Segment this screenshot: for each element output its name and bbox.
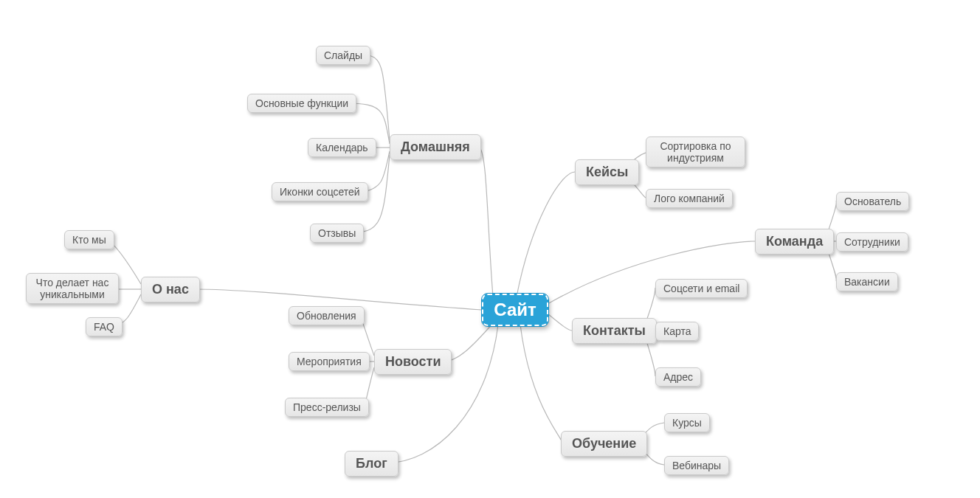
leaf-cases-1[interactable]: Лого компаний — [646, 189, 733, 208]
leaf-home-3[interactable]: Иконки соцсетей — [272, 182, 368, 201]
leaf-contacts-1[interactable]: Карта — [655, 322, 699, 341]
leaf-label: Мероприятия — [297, 356, 362, 367]
branch-contacts-label: Контакты — [583, 323, 646, 339]
leaf-about-1[interactable]: Что делает нас уникальными — [26, 273, 119, 304]
leaf-label: Вебинары — [672, 460, 721, 471]
branch-home[interactable]: Домашняя — [390, 134, 481, 160]
leaf-team-0[interactable]: Основатель — [836, 192, 909, 211]
leaf-label: Слайды — [324, 49, 362, 61]
leaf-about-0[interactable]: Кто мы — [64, 230, 114, 249]
leaf-learn-0[interactable]: Курсы — [664, 413, 710, 432]
leaf-home-2[interactable]: Календарь — [308, 138, 376, 157]
leaf-home-1[interactable]: Основные функции — [247, 94, 356, 113]
leaf-label: Кто мы — [72, 234, 106, 246]
leaf-label: Сортировка по индустриям — [660, 140, 731, 164]
leaf-about-2[interactable]: FAQ — [86, 317, 122, 336]
leaf-learn-1[interactable]: Вебинары — [664, 456, 729, 475]
leaf-contacts-2[interactable]: Адрес — [655, 367, 701, 387]
leaf-label: Сотрудники — [844, 236, 900, 248]
mindmap-canvas: Сайт Домашняя Слайды Основные функции Ка… — [0, 0, 980, 498]
leaf-news-0[interactable]: Обновления — [289, 306, 365, 325]
leaf-label: Пресс-релизы — [293, 401, 361, 413]
leaf-label: Адрес — [663, 371, 693, 383]
leaf-home-0[interactable]: Слайды — [316, 46, 370, 65]
branch-blog[interactable]: Блог — [345, 451, 398, 477]
branch-news[interactable]: Новости — [374, 349, 452, 375]
leaf-label: Лого компаний — [654, 193, 725, 204]
branch-cases[interactable]: Кейсы — [575, 159, 639, 185]
root-label: Сайт — [494, 300, 536, 320]
branch-learn-label: Обучение — [572, 436, 636, 452]
leaf-home-4[interactable]: Отзывы — [310, 224, 364, 243]
leaf-label: Соцсети и email — [663, 283, 739, 294]
leaf-label: Вакансии — [844, 276, 890, 288]
leaf-label: Отзывы — [318, 227, 356, 239]
branch-learn[interactable]: Обучение — [561, 431, 647, 457]
branch-team-label: Команда — [766, 234, 823, 249]
leaf-label: Основные функции — [255, 97, 348, 109]
leaf-news-1[interactable]: Мероприятия — [289, 352, 370, 371]
branch-about[interactable]: О нас — [141, 277, 200, 302]
leaf-label: Иконки соцсетей — [280, 186, 360, 198]
leaf-label: FAQ — [94, 321, 114, 333]
leaf-label: Обновления — [297, 310, 356, 322]
branch-news-label: Новости — [385, 354, 441, 370]
leaf-contacts-0[interactable]: Соцсети и email — [655, 279, 748, 298]
leaf-team-1[interactable]: Сотрудники — [836, 232, 908, 252]
leaf-cases-0[interactable]: Сортировка по индустриям — [646, 136, 745, 167]
root-node[interactable]: Сайт — [482, 294, 548, 326]
leaf-news-2[interactable]: Пресс-релизы — [285, 398, 369, 417]
branch-contacts[interactable]: Контакты — [572, 318, 657, 344]
branch-home-label: Домашняя — [401, 139, 470, 155]
branch-blog-label: Блог — [356, 456, 387, 471]
branch-team[interactable]: Команда — [755, 229, 834, 255]
leaf-team-2[interactable]: Вакансии — [836, 272, 898, 291]
leaf-label: Курсы — [672, 417, 702, 429]
leaf-label: Основатель — [844, 196, 901, 207]
leaf-label: Что делает нас уникальными — [36, 277, 109, 300]
leaf-label: Календарь — [316, 142, 368, 153]
branch-cases-label: Кейсы — [586, 165, 628, 180]
leaf-label: Карта — [663, 325, 691, 337]
branch-about-label: О нас — [152, 282, 189, 297]
